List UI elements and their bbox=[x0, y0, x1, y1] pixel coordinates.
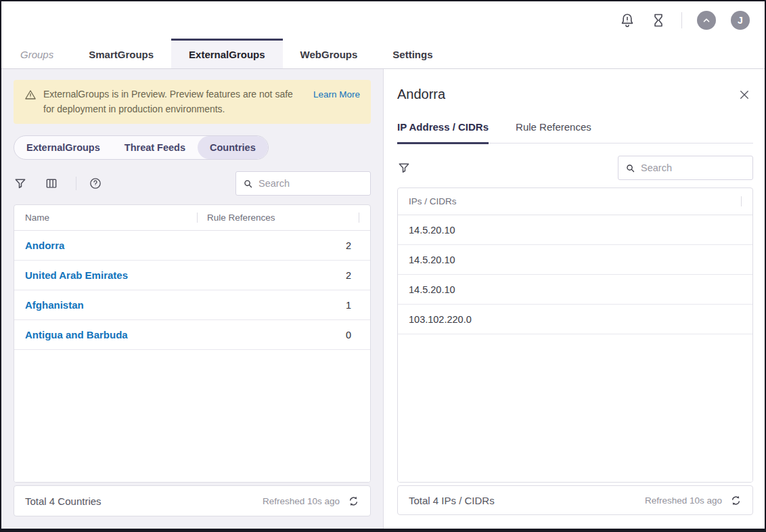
columns-icon[interactable] bbox=[45, 177, 58, 190]
ip-value: 14.5.20.10 bbox=[409, 284, 742, 295]
rule-references-count: 2 bbox=[198, 240, 359, 251]
table-row: 103.102.220.0 bbox=[398, 305, 752, 334]
column-divider bbox=[359, 213, 359, 223]
ip-value: 14.5.20.10 bbox=[409, 254, 742, 265]
table-empty-space bbox=[14, 350, 370, 482]
top-bar: J bbox=[1, 1, 765, 39]
column-header-ips-cidrs[interactable]: IPs / CIDRs bbox=[409, 196, 741, 206]
tab-webgroups[interactable]: WebGroups bbox=[283, 39, 376, 68]
table-row: 14.5.20.10 bbox=[398, 275, 752, 305]
search-icon bbox=[625, 163, 635, 173]
column-header-rule-references[interactable]: Rule References bbox=[198, 213, 359, 223]
ips-table-footer: Total 4 IPs / CIDRs Refreshed 10s ago bbox=[397, 485, 753, 515]
close-icon[interactable] bbox=[738, 89, 750, 101]
countries-table: Name Rule References Andorra 2 United Ar… bbox=[14, 204, 371, 483]
countries-search-input[interactable] bbox=[258, 178, 363, 189]
user-initial: J bbox=[738, 15, 743, 26]
table-row: United Arab Emirates 2 bbox=[14, 261, 370, 290]
country-detail-panel: Andorra IP Address / CIDRs Rule Referenc… bbox=[383, 69, 765, 529]
detail-header: Andorra bbox=[397, 87, 753, 102]
tab-externalgroups[interactable]: ExternalGroups bbox=[171, 39, 283, 68]
countries-search[interactable] bbox=[235, 171, 371, 196]
rule-references-count: 1 bbox=[198, 300, 359, 311]
table-row: 14.5.20.10 bbox=[398, 215, 752, 245]
filter-icon[interactable] bbox=[397, 161, 411, 175]
warning-triangle-icon bbox=[24, 89, 37, 101]
help-icon[interactable] bbox=[89, 177, 102, 190]
countries-table-header: Name Rule References bbox=[14, 205, 370, 231]
segment-threat-feeds[interactable]: Threat Feeds bbox=[112, 136, 198, 159]
total-ips-label: Total 4 IPs / CIDRs bbox=[409, 495, 637, 506]
ips-table-header: IPs / CIDRs bbox=[398, 188, 752, 215]
tab-rule-references[interactable]: Rule References bbox=[516, 121, 591, 144]
refreshed-timestamp: Refreshed 10s ago bbox=[263, 496, 340, 506]
tab-ip-address-cidrs[interactable]: IP Address / CIDRs bbox=[397, 121, 489, 144]
ips-table: IPs / CIDRs 14.5.20.10 14.5.20.10 14.5.2… bbox=[397, 187, 753, 483]
chevron-up-icon bbox=[702, 16, 711, 25]
ip-value: 14.5.20.10 bbox=[409, 225, 742, 236]
tab-settings[interactable]: Settings bbox=[375, 39, 450, 68]
ip-value: 103.102.220.0 bbox=[409, 314, 742, 325]
main-tab-bar: Groups SmartGroups ExternalGroups WebGro… bbox=[1, 39, 765, 69]
ips-search-input[interactable] bbox=[641, 162, 746, 173]
content-area: ExternalGroups is in Preview. Preview fe… bbox=[1, 69, 765, 529]
banner-message: ExternalGroups is in Preview. Preview fe… bbox=[43, 87, 307, 116]
refresh-icon[interactable] bbox=[348, 495, 359, 507]
countries-list-panel: ExternalGroups is in Preview. Preview fe… bbox=[1, 69, 383, 529]
detail-title: Andorra bbox=[397, 87, 738, 102]
group-type-segmented-control: ExternalGroups Threat Feeds Countries bbox=[14, 135, 269, 160]
table-row: Afghanistan 1 bbox=[14, 290, 370, 320]
total-countries-label: Total 4 Countries bbox=[25, 495, 254, 507]
ips-search[interactable] bbox=[618, 156, 753, 180]
refreshed-timestamp: Refreshed 10s ago bbox=[645, 495, 722, 506]
hourglass-icon[interactable] bbox=[650, 12, 667, 28]
user-avatar[interactable]: J bbox=[731, 11, 750, 30]
refresh-icon[interactable] bbox=[730, 495, 742, 506]
app-window: J Groups SmartGroups ExternalGroups WebG… bbox=[1, 1, 765, 529]
learn-more-link[interactable]: Learn More bbox=[313, 89, 360, 99]
detail-toolbar bbox=[397, 156, 753, 180]
tab-groups[interactable]: Groups bbox=[3, 39, 71, 68]
filter-icon[interactable] bbox=[14, 177, 27, 190]
country-link[interactable]: Antigua and Barbuda bbox=[25, 329, 198, 340]
detail-tab-bar: IP Address / CIDRs Rule References bbox=[397, 121, 753, 143]
table-empty-space bbox=[398, 334, 752, 482]
collapse-avatar-button[interactable] bbox=[697, 11, 716, 30]
preview-warning-banner: ExternalGroups is in Preview. Preview fe… bbox=[14, 80, 371, 124]
segment-countries[interactable]: Countries bbox=[198, 136, 268, 159]
countries-table-footer: Total 4 Countries Refreshed 10s ago bbox=[14, 485, 371, 516]
table-row: Antigua and Barbuda 0 bbox=[14, 320, 370, 350]
country-link[interactable]: Andorra bbox=[25, 240, 198, 251]
country-link[interactable]: Afghanistan bbox=[25, 299, 198, 311]
table-row: 14.5.20.10 bbox=[398, 245, 752, 275]
tab-smartgroups[interactable]: SmartGroups bbox=[71, 39, 171, 68]
toolbar-divider bbox=[76, 177, 76, 190]
rule-references-count: 0 bbox=[198, 330, 359, 340]
table-row: Andorra 2 bbox=[14, 231, 370, 261]
countries-toolbar bbox=[14, 171, 371, 196]
segment-externalgroups[interactable]: ExternalGroups bbox=[14, 136, 112, 159]
rule-references-count: 2 bbox=[198, 270, 359, 281]
column-header-name[interactable]: Name bbox=[25, 213, 197, 223]
column-divider bbox=[741, 196, 742, 206]
topbar-divider bbox=[681, 12, 682, 28]
search-icon bbox=[243, 179, 253, 189]
country-link[interactable]: United Arab Emirates bbox=[25, 269, 198, 281]
notification-bell-icon[interactable] bbox=[619, 12, 635, 28]
